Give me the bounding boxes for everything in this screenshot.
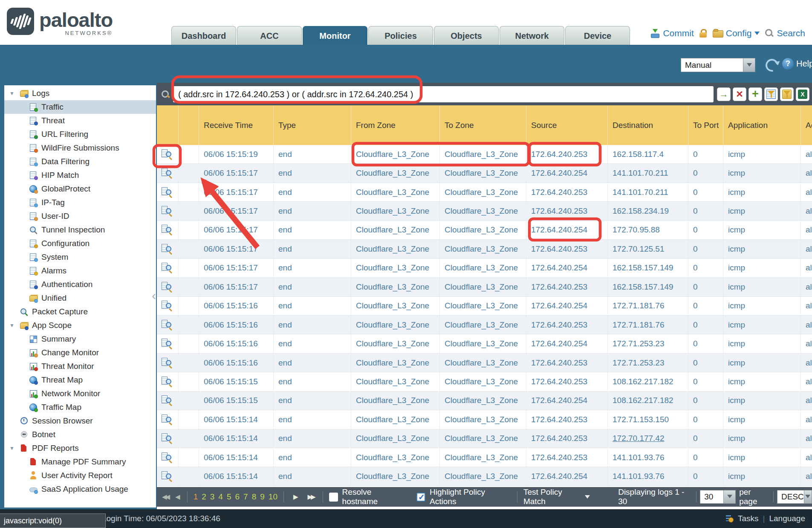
config-menu[interactable]: Config — [713, 28, 760, 38]
log-row[interactable]: 06/06 15:15:16endCloudflare_L3_ZoneCloud… — [157, 334, 812, 353]
log-detail-icon[interactable] — [162, 320, 172, 330]
col-blank-1[interactable] — [179, 105, 199, 145]
sidebar-item-network-monitor[interactable]: Network Monitor — [4, 387, 156, 400]
highlight-policy-actions-checkbox[interactable] — [416, 493, 425, 502]
tree-caret-icon[interactable] — [9, 90, 20, 96]
page-number-10[interactable]: 10 — [269, 492, 277, 502]
tasks-button[interactable]: Tasks — [738, 514, 759, 523]
add-filter-button[interactable]: + — [748, 87, 762, 101]
log-detail-icon[interactable] — [162, 187, 172, 197]
log-row[interactable]: 06/06 15:15:17endCloudflare_L3_ZoneCloud… — [157, 164, 812, 183]
log-row[interactable]: 06/06 15:15:17endCloudflare_L3_ZoneCloud… — [157, 183, 812, 202]
sidebar-item-ip-tag[interactable]: IP-Tag — [4, 196, 156, 209]
tree-caret-icon[interactable] — [9, 322, 20, 328]
sidebar-item-configuration[interactable]: Configuration — [4, 237, 156, 250]
sidebar-item-traffic[interactable]: Traffic — [4, 100, 156, 114]
last-page-icon[interactable] — [308, 493, 314, 501]
sidebar-item-system[interactable]: System — [4, 250, 156, 264]
log-row[interactable]: 06/06 15:15:17endCloudflare_L3_ZoneCloud… — [157, 240, 812, 258]
log-row[interactable]: 06/06 15:15:14endCloudflare_L3_ZoneCloud… — [157, 410, 812, 429]
first-page-icon[interactable] — [162, 493, 168, 501]
sidebar-item-hip-match[interactable]: HIP Match — [4, 168, 156, 182]
prev-page-icon[interactable] — [175, 493, 180, 501]
select-arrow-icon[interactable] — [723, 490, 735, 503]
page-number-5[interactable]: 5 — [227, 492, 231, 502]
page-number-6[interactable]: 6 — [235, 492, 240, 502]
sidebar-item-change-monitor[interactable]: Change Monitor — [4, 346, 156, 360]
log-detail-icon[interactable] — [162, 263, 172, 273]
page-number-8[interactable]: 8 — [252, 492, 257, 502]
col-ac[interactable]: Ac — [801, 105, 812, 145]
log-row[interactable]: 06/06 15:15:16endCloudflare_L3_ZoneCloud… — [157, 316, 812, 334]
col-source[interactable]: Source — [526, 105, 608, 145]
log-detail-icon[interactable] — [162, 433, 172, 444]
tree-caret-icon[interactable] — [9, 445, 20, 451]
sidebar-item-threat-monitor[interactable]: Threat Monitor — [4, 360, 156, 373]
tab-network[interactable]: Network — [500, 26, 564, 45]
sidebar-collapse-handle[interactable]: ‹ — [152, 289, 156, 302]
sidebar-item-globalprotect[interactable]: GlobalProtect — [4, 182, 156, 196]
log-row[interactable]: 06/06 15:15:17endCloudflare_L3_ZoneCloud… — [157, 278, 812, 296]
page-number-1[interactable]: 1 — [194, 492, 198, 502]
sidebar-item-threat-map[interactable]: Threat Map — [4, 373, 156, 387]
sidebar-item-packet-capture[interactable]: Packet Capture — [4, 305, 156, 319]
resolve-hostname-checkbox[interactable] — [329, 493, 338, 502]
log-row[interactable]: 06/06 15:15:16endCloudflare_L3_ZoneCloud… — [157, 297, 812, 316]
per-page-select[interactable]: 30 — [700, 490, 736, 504]
log-detail-icon[interactable] — [162, 471, 172, 482]
col-application[interactable]: Application — [723, 105, 801, 145]
page-number-3[interactable]: 3 — [210, 492, 215, 502]
test-policy-match-button[interactable]: Test Policy Match — [523, 487, 590, 506]
log-detail-icon[interactable] — [162, 282, 172, 292]
col-destination[interactable]: Destination — [608, 105, 688, 145]
next-page-icon[interactable] — [293, 493, 298, 501]
sidebar-item-session-browser[interactable]: Session Browser — [4, 414, 156, 428]
destination-link[interactable]: 172.70.177.42 — [613, 434, 665, 443]
sidebar-item-botnet[interactable]: Botnet — [4, 428, 156, 441]
load-filter-button[interactable] — [780, 87, 794, 101]
sidebar-item-unified[interactable]: Unified — [4, 291, 156, 305]
apply-filter-button[interactable]: → — [717, 87, 731, 101]
sidebar-item-logs[interactable]: Logs — [4, 87, 156, 100]
tab-device[interactable]: Device — [565, 26, 630, 45]
col-to-port[interactable]: To Port — [688, 105, 723, 145]
log-detail-icon[interactable] — [162, 358, 172, 368]
tab-dashboard[interactable]: Dashboard — [171, 26, 236, 45]
sidebar-item-authentication[interactable]: Authentication — [4, 278, 156, 291]
language-button[interactable]: Language — [769, 514, 805, 523]
help-button[interactable]: ? Help — [782, 58, 812, 70]
page-number-2[interactable]: 2 — [202, 492, 206, 502]
log-row[interactable]: 06/06 15:15:17endCloudflare_L3_ZoneCloud… — [157, 259, 812, 278]
refresh-interval-select[interactable]: Manual — [681, 58, 755, 72]
sidebar-item-manage-pdf-summary[interactable]: Manage PDF Summary — [4, 455, 156, 469]
sidebar-item-saas-application-usage[interactable]: SaaS Application Usage — [4, 482, 156, 496]
export-csv-button[interactable]: X — [796, 87, 809, 101]
page-number-9[interactable]: 9 — [260, 492, 265, 502]
tab-monitor[interactable]: Monitor — [303, 26, 367, 45]
filter-builder-button[interactable] — [764, 87, 778, 101]
tab-acc[interactable]: ACC — [237, 26, 302, 45]
log-detail-icon[interactable] — [162, 415, 172, 425]
col-blank-0[interactable] — [157, 105, 179, 145]
refresh-icon[interactable] — [763, 56, 781, 74]
page-number-7[interactable]: 7 — [243, 492, 248, 502]
log-row[interactable]: 06/06 15:15:14endCloudflare_L3_ZoneCloud… — [157, 448, 812, 467]
log-detail-icon[interactable] — [162, 301, 172, 311]
col-type[interactable]: Type — [274, 105, 351, 145]
sidebar-item-alarms[interactable]: Alarms — [4, 264, 156, 278]
log-detail-icon[interactable] — [162, 168, 172, 178]
log-row[interactable]: 06/06 15:15:15endCloudflare_L3_ZoneCloud… — [157, 372, 812, 391]
log-row[interactable]: 06/06 15:15:15endCloudflare_L3_ZoneCloud… — [157, 392, 812, 410]
search-button[interactable]: Search — [765, 28, 805, 38]
log-detail-icon[interactable] — [162, 395, 172, 406]
sidebar-item-summary[interactable]: Summary — [4, 332, 156, 346]
sidebar-item-user-activity-report[interactable]: User Activity Report — [4, 469, 156, 482]
log-row[interactable]: 06/06 15:15:19endCloudflare_L3_ZoneCloud… — [157, 145, 812, 164]
page-number-4[interactable]: 4 — [218, 492, 223, 502]
log-detail-icon[interactable] — [162, 339, 172, 349]
col-receive-time[interactable]: Receive Time — [199, 105, 274, 145]
col-from-zone[interactable]: From Zone — [351, 105, 440, 145]
log-detail-icon[interactable] — [162, 149, 172, 160]
sidebar-item-pdf-reports[interactable]: PDF Reports — [4, 441, 156, 455]
log-detail-icon[interactable] — [162, 244, 172, 254]
